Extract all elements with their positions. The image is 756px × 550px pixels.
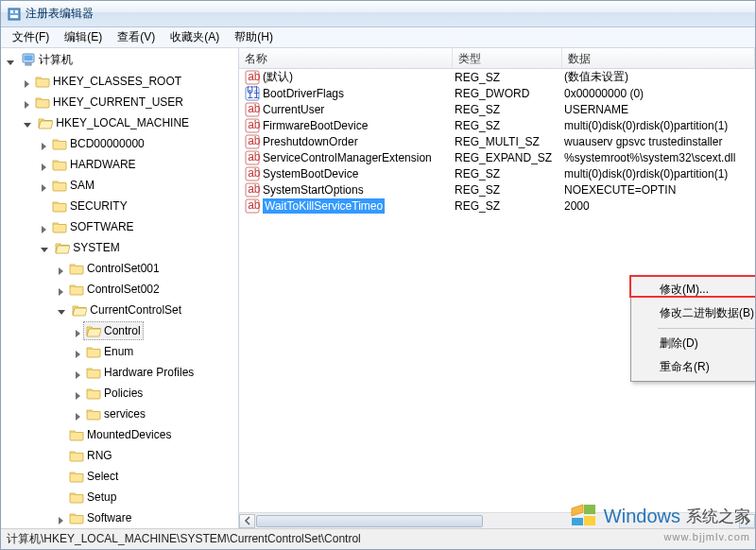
folder-icon [35, 95, 50, 109]
tree-root[interactable]: 计算机 [18, 50, 76, 69]
folder-icon [52, 137, 67, 150]
folder-icon [69, 283, 84, 296]
column-name[interactable]: 名称 [239, 48, 453, 68]
tree-label: CurrentControlSet [90, 301, 181, 318]
context-modify[interactable]: 修改(M)... [633, 278, 755, 301]
tree-ccs[interactable]: CurrentControlSet [69, 301, 184, 319]
value-data: NOEXECUTE=OPTIN [562, 183, 755, 197]
list-row[interactable]: ServiceControlManagerExtensionREG_EXPAND… [239, 149, 755, 165]
expand-icon[interactable] [39, 141, 49, 151]
menu-view[interactable]: 查看(V) [110, 27, 163, 47]
menu-file[interactable]: 文件(F) [5, 27, 57, 47]
tree-item[interactable]: ControlSet001 [66, 259, 163, 278]
column-type[interactable]: 类型 [453, 48, 562, 68]
expand-icon[interactable] [73, 370, 83, 380]
collapse-icon[interactable] [22, 120, 32, 130]
folder-open-icon [72, 303, 87, 317]
list-row[interactable]: CurrentUserREG_SZUSERNAME [239, 101, 755, 117]
tree-item[interactable]: MountedDevices [66, 425, 174, 444]
expand-icon[interactable] [73, 328, 83, 338]
tree-item[interactable]: Policies [83, 384, 146, 403]
expand-icon[interactable] [56, 515, 66, 525]
binary-value-icon [245, 86, 260, 101]
list-row[interactable]: SystemStartOptionsREG_SZ NOEXECUTE=OPTIN [239, 181, 755, 198]
tree-hkcr[interactable]: HKEY_CLASSES_ROOT [32, 72, 184, 91]
titlebar[interactable]: 注册表编辑器 [1, 1, 755, 27]
svg-rect-12 [10, 10, 13, 13]
tree-hkcu[interactable]: HKEY_CURRENT_USER [32, 93, 186, 112]
tree-item[interactable]: Software [66, 508, 134, 527]
context-modify-binary[interactable]: 修改二进制数据(B)... [633, 301, 755, 325]
tree-item[interactable]: RNG [66, 446, 115, 465]
list-row[interactable]: BootDriverFlagsREG_DWORD0x00000000 (0) [239, 85, 755, 101]
list-header: 名称 类型 数据 [239, 48, 755, 69]
value-type: REG_SZ [453, 103, 562, 116]
folder-open-icon [55, 241, 70, 254]
expand-icon[interactable] [39, 162, 49, 172]
expand-icon[interactable] [56, 286, 66, 297]
tree-control[interactable]: Control [83, 321, 144, 340]
value-name: PreshutdownOrder [263, 135, 358, 148]
expand-icon[interactable] [73, 390, 83, 401]
tree-item[interactable]: HARDWARE [49, 155, 139, 174]
expand-icon[interactable] [39, 182, 49, 193]
expand-icon[interactable] [39, 224, 49, 234]
string-value-icon [245, 150, 260, 165]
expand-icon[interactable] [56, 266, 66, 276]
tree-system[interactable]: SYSTEM [52, 238, 122, 257]
column-data[interactable]: 数据 [562, 48, 755, 68]
svg-rect-13 [15, 10, 18, 13]
expand-icon[interactable] [22, 99, 32, 110]
content-area: 计算机 HKEY_CLASSES_ROOT HKEY_CURRENT_USER … [1, 48, 755, 528]
tree-item[interactable]: SAM [49, 176, 97, 195]
context-delete[interactable]: 删除(D) [633, 332, 755, 355]
value-type: REG_DWORD [453, 87, 562, 100]
tree-item[interactable]: Hardware Profiles [83, 363, 197, 382]
list-row[interactable]: WaitToKillServiceTimeoREG_SZ2000 [239, 198, 755, 214]
value-data: wuauserv gpsvc trustedinstaller [562, 135, 755, 148]
tree-item[interactable]: services [83, 404, 148, 423]
collapse-icon[interactable] [56, 307, 66, 318]
value-type: REG_SZ [453, 71, 562, 84]
tree-item[interactable]: SECURITY [49, 197, 130, 215]
list-row[interactable]: FirmwareBootDeviceREG_SZmulti(0)disk(0)r… [239, 117, 755, 133]
context-rename[interactable]: 重命名(R) [633, 355, 755, 379]
tree-item[interactable]: Setup [66, 488, 119, 507]
string-value-icon [245, 134, 260, 149]
menu-favorites[interactable]: 收藏夹(A) [163, 27, 227, 47]
tree-item[interactable]: ControlSet002 [66, 280, 163, 299]
menu-edit[interactable]: 编辑(E) [57, 27, 110, 47]
tree-label: SECURITY [70, 198, 128, 215]
tree-hklm[interactable]: HKEY_LOCAL_MACHINE [35, 113, 192, 132]
value-name: BootDriverFlags [263, 87, 344, 100]
tree-item[interactable]: Select [66, 467, 121, 486]
list-row[interactable]: (默认)REG_SZ(数值未设置) [239, 69, 755, 85]
collapse-icon[interactable] [5, 58, 15, 68]
folder-open-icon [38, 116, 53, 129]
list-row[interactable]: PreshutdownOrderREG_MULTI_SZwuauserv gps… [239, 133, 755, 149]
tree-item[interactable]: Enum [83, 342, 136, 361]
scroll-thumb[interactable] [256, 515, 483, 527]
string-value-icon [245, 198, 260, 214]
folder-icon [52, 199, 67, 213]
tree-label: HARDWARE [70, 156, 136, 173]
folder-icon [52, 220, 67, 233]
expand-icon[interactable] [22, 78, 32, 89]
tree-pane[interactable]: 计算机 HKEY_CLASSES_ROOT HKEY_CURRENT_USER … [1, 48, 239, 528]
list-row[interactable]: SystemBootDeviceREG_SZmulti(0)disk(0)rdi… [239, 165, 755, 181]
tree-label: Control [104, 322, 141, 339]
tree-item[interactable]: SOFTWARE [49, 217, 137, 236]
tree-item[interactable]: BCD00000000 [49, 134, 147, 153]
scroll-left-button[interactable] [239, 514, 255, 528]
expand-icon[interactable] [73, 411, 83, 421]
menubar: 文件(F) 编辑(E) 查看(V) 收藏夹(A) 帮助(H) [1, 27, 755, 48]
collapse-icon[interactable] [39, 245, 49, 255]
menu-help[interactable]: 帮助(H) [227, 27, 281, 47]
watermark-suffix: 系统之家 [686, 506, 750, 527]
tree-label: Policies [104, 385, 143, 402]
value-data: multi(0)disk(0)rdisk(0)partition(1) [562, 119, 755, 132]
tree-label: Enum [104, 343, 133, 360]
tree-label: Software [87, 509, 131, 526]
tree-label: BCD00000000 [70, 135, 145, 152]
expand-icon[interactable] [73, 349, 83, 359]
